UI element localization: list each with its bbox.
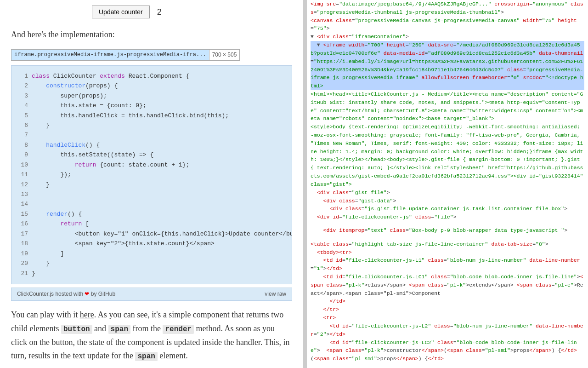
left-panel: Update counter 2 And here's the implemen… — [0, 0, 303, 368]
code-line-12: 12 } — [19, 180, 284, 190]
right-line-16: <td id="file-clickcounter-js-L1" class="… — [311, 256, 584, 273]
view-raw-link[interactable]: view raw — [265, 290, 286, 299]
element-text: element. — [158, 351, 188, 360]
code-github-text: by GitHub — [91, 291, 115, 297]
code-line-17: 17 <button key="1" onClick={this.handleC… — [19, 229, 284, 239]
right-line-10: <div id="file-clickcounter-js" class="fi… — [311, 213, 584, 221]
right-line-12: <div itemprop="text" class="Box-body p-0… — [311, 226, 584, 235]
demo-area: Update counter 2 — [9, 0, 294, 24]
render-code: render — [163, 325, 194, 334]
code-line-21: 21 } — [19, 269, 284, 278]
right-line-8: <div class="gist-data"> — [311, 197, 584, 205]
right-line-3: ▼ <div class="iframeContainer"> — [311, 33, 584, 41]
code-line-9: 9 this.setState((state) => { — [19, 150, 284, 160]
implementation-heading: And here's the implementation: — [11, 28, 292, 41]
article-text: And here's the implementation: iframe.pr… — [9, 28, 294, 363]
and-text: and — [92, 324, 108, 333]
heart-icon: ❤ — [85, 291, 89, 297]
right-line-4: ▼ <iframe width="700" height="250" data-… — [311, 41, 584, 90]
body-text: You can play with it here. As you can se… — [11, 308, 292, 363]
right-line-20: <tr> — [311, 314, 584, 322]
body-p1-before: You can play with it — [11, 310, 80, 319]
right-line-6: <style>body {text-rendering: optimizeLeg… — [311, 123, 584, 189]
code-line-5: 5 this.handleClick = this.handleClick.bi… — [19, 111, 284, 121]
right-line-21: <td id="file-clickcounter-js-L2" class="… — [311, 322, 584, 339]
html-source-content: <img src="data:image/jpeg;base64,/9j/4AA… — [311, 0, 584, 368]
right-line-9: <div class="js-gist-file-update-containe… — [311, 205, 584, 213]
code-line-2: 2 constructor(props) { — [19, 81, 284, 91]
right-panel: <img src="data:image/jpeg;base64,/9j/4AA… — [307, 0, 588, 368]
right-line-17: <td id="file-clickcounter-js-LC1" class=… — [311, 273, 584, 297]
code-line-15: 15 render() { — [19, 209, 284, 219]
right-line-15: <tbody><tr> — [311, 248, 584, 257]
code-hosted-text: hosted with — [55, 291, 85, 297]
code-line-3: 3 super(props); — [19, 91, 284, 101]
code-line-14: 14 — [19, 199, 284, 209]
counter-value: 2 — [157, 6, 162, 19]
code-line-1: 1 class ClickCounter extends React.Compo… — [19, 71, 284, 81]
body-paragraph: You can play with it here. As you can se… — [11, 308, 292, 363]
from-the-text: from the — [130, 324, 163, 333]
code-line-6: 6 } — [19, 121, 284, 130]
right-line-7: <div class="gist-file"> — [311, 189, 584, 197]
right-line-18: </td> — [311, 297, 584, 305]
iframe-tooltip: iframe.progressiveMedia-iframe.js-progre… — [11, 49, 240, 61]
code-block: 1 class ClickCounter extends React.Compo… — [11, 65, 292, 284]
code-line-16: 16 return [ — [19, 219, 284, 229]
right-line-13 — [311, 235, 584, 240]
right-line-22: <td id="file-clickcounter-js-LC2" class=… — [311, 339, 584, 355]
button-code: button — [61, 325, 92, 334]
code-line-10: 10 return {count: state.count + 1}; — [19, 160, 284, 170]
right-line-11 — [311, 221, 584, 227]
code-footer-info: ClickCounter.js hosted with ❤ by GitHub — [17, 290, 115, 299]
code-filename: ClickCounter.js — [17, 291, 54, 297]
right-line-1: <img src="data:image/jpeg;base64,/9j/4AA… — [311, 0, 584, 17]
iframe-tag-label: iframe.progressiveMedia-iframe.js-progre… — [11, 49, 209, 61]
here-link[interactable]: here — [80, 310, 94, 319]
span-code: span — [108, 325, 130, 334]
code-line-11: 11 }); — [19, 170, 284, 179]
code-line-18: 18 <span key="2">{this.state.count}</spa… — [19, 239, 284, 248]
code-line-13: 13 — [19, 190, 284, 199]
right-line-5: <html><head><title>ClickCounter.js - Med… — [311, 90, 584, 123]
iframe-dimensions: 700 × 505 — [209, 49, 240, 61]
right-line-23: (<span class="pl-smi">props</span>) {</t… — [311, 355, 584, 363]
right-line-14: <table class="highlight tab-size js-file… — [311, 240, 584, 248]
update-counter-button[interactable]: Update counter — [92, 6, 150, 18]
right-line-19: </tr> — [311, 305, 584, 314]
code-line-19: 19 ] — [19, 249, 284, 259]
panel-divider[interactable] — [303, 0, 307, 368]
code-line-8: 8 handleClick() { — [19, 140, 284, 150]
right-line-2: <canvas class="progressiveMedia-canvas j… — [311, 17, 584, 33]
code-footer: ClickCounter.js hosted with ❤ by GitHub … — [11, 288, 292, 301]
code-line-20: 20 } — [19, 259, 284, 268]
code-line-7: 7 — [19, 130, 284, 140]
code-line-4: 4 this.state = {count: 0}; — [19, 101, 284, 110]
span-code2: span — [135, 352, 157, 361]
